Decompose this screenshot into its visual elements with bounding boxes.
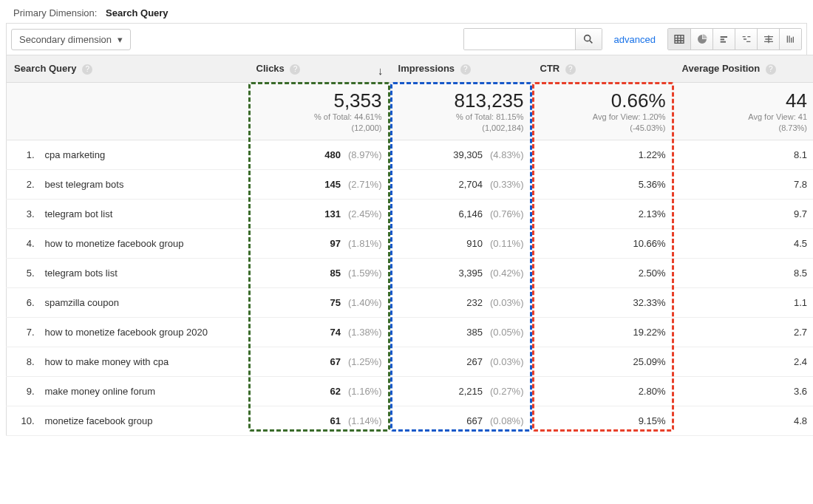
- secondary-dimension-dropdown[interactable]: Secondary dimension ▾: [11, 29, 131, 50]
- table-row[interactable]: 3.telegram bot list131(2.45%)6,146(0.76%…: [7, 199, 814, 228]
- row-index: 5.: [7, 258, 36, 287]
- comparison-icon: [741, 33, 752, 45]
- query-cell[interactable]: how to monetize facebook group: [36, 228, 249, 258]
- query-cell[interactable]: monetize facebook group: [36, 406, 249, 435]
- ctr-cell: 2.80%: [533, 376, 675, 406]
- summary-position: 44 Avg for View: 41(8.73%): [675, 82, 813, 140]
- cloud-icon: [763, 33, 775, 45]
- clicks-cell: 74(1.38%): [249, 317, 391, 347]
- svg-rect-2: [675, 35, 684, 44]
- row-index: 2.: [7, 169, 36, 199]
- ctr-cell: 2.13%: [533, 199, 675, 228]
- query-cell[interactable]: best telegram bots: [36, 169, 249, 199]
- row-index: 10.: [7, 406, 36, 435]
- row-index: 8.: [7, 347, 36, 376]
- primary-dimension: Primary Dimension: Search Query: [6, 3, 807, 23]
- clicks-cell: 67(1.25%): [249, 347, 391, 376]
- clicks-cell: 85(1.59%): [249, 258, 391, 287]
- ctr-cell: 1.22%: [533, 140, 675, 169]
- view-pie-button[interactable]: [690, 29, 712, 50]
- table-row[interactable]: 2.best telegram bots145(2.71%)2,704(0.33…: [7, 169, 814, 199]
- help-icon[interactable]: ?: [460, 64, 471, 75]
- query-cell[interactable]: make money online forum: [36, 376, 249, 406]
- svg-rect-19: [789, 35, 789, 42]
- table-row[interactable]: 4.how to monetize facebook group97(1.81%…: [7, 228, 814, 258]
- impressions-cell: 667(0.08%): [391, 406, 533, 435]
- query-cell[interactable]: how to make money with cpa: [36, 347, 249, 376]
- advanced-link[interactable]: advanced: [608, 34, 661, 45]
- col-header-position[interactable]: Average Position ?: [675, 55, 813, 83]
- help-icon[interactable]: ?: [290, 64, 300, 75]
- query-cell[interactable]: telegram bots list: [36, 258, 249, 287]
- table-row[interactable]: 6.spamzilla coupon75(1.40%)232(0.03%)32.…: [7, 287, 814, 317]
- search-box: [463, 28, 602, 50]
- summary-ctr: 0.66% Avg for View: 1.20%(-45.03%): [533, 82, 675, 140]
- pie-icon: [696, 33, 708, 45]
- position-cell: 2.4: [675, 347, 813, 376]
- help-icon[interactable]: ?: [766, 64, 776, 75]
- position-cell: 7.8: [675, 169, 813, 199]
- search-button[interactable]: [575, 29, 602, 50]
- clicks-cell: 62(1.16%): [249, 376, 391, 406]
- svg-point-0: [585, 35, 591, 41]
- row-index: 4.: [7, 228, 36, 258]
- table-row[interactable]: 8.how to make money with cpa67(1.25%)267…: [7, 347, 814, 376]
- table-row[interactable]: 10.monetize facebook group61(1.14%)667(0…: [7, 406, 814, 435]
- position-cell: 9.7: [675, 199, 813, 228]
- position-cell: 2.7: [675, 317, 813, 347]
- impressions-cell: 2,215(0.27%): [391, 376, 533, 406]
- summary-row: 5,353 % of Total: 44.61%(12,000) 813,235…: [7, 82, 814, 140]
- svg-rect-21: [792, 37, 793, 43]
- col-header-query[interactable]: Search Query ?: [7, 55, 249, 83]
- view-pivot-button[interactable]: [779, 29, 801, 50]
- row-index: 6.: [7, 287, 36, 317]
- svg-line-1: [590, 41, 592, 43]
- chevron-down-icon: ▾: [118, 34, 123, 45]
- table-row[interactable]: 7.how to monetize facebook group 202074(…: [7, 317, 814, 347]
- col-header-impressions[interactable]: Impressions ?: [391, 55, 533, 83]
- help-icon[interactable]: ?: [565, 64, 576, 75]
- row-index: 9.: [7, 376, 36, 406]
- ctr-cell: 25.09%: [533, 347, 675, 376]
- primary-dimension-value[interactable]: Search Query: [106, 7, 169, 18]
- svg-rect-8: [720, 38, 724, 40]
- view-bar-button[interactable]: [712, 29, 735, 50]
- clicks-cell: 480(8.97%): [249, 140, 391, 169]
- view-comparison-button[interactable]: [735, 29, 757, 50]
- view-table-button[interactable]: [668, 29, 690, 50]
- search-input[interactable]: [464, 29, 575, 50]
- view-toggle: [667, 28, 802, 50]
- col-header-clicks[interactable]: Clicks ? ↓: [249, 55, 391, 83]
- row-index: 7.: [7, 317, 36, 347]
- impressions-cell: 910(0.11%): [391, 228, 533, 258]
- query-cell[interactable]: cpa marketing: [36, 140, 249, 169]
- query-cell[interactable]: spamzilla coupon: [36, 287, 249, 317]
- bar-icon: [718, 33, 730, 45]
- view-term-cloud-button[interactable]: [757, 29, 779, 50]
- ctr-cell: 10.66%: [533, 228, 675, 258]
- help-icon[interactable]: ?: [82, 64, 92, 75]
- svg-rect-20: [791, 38, 792, 43]
- col-header-ctr[interactable]: CTR ?: [533, 55, 675, 83]
- clicks-cell: 97(1.81%): [249, 228, 391, 258]
- ctr-cell: 5.36%: [533, 169, 675, 199]
- impressions-cell: 39,305(4.83%): [391, 140, 533, 169]
- table-row[interactable]: 1.cpa marketing480(8.97%)39,305(4.83%)1.…: [7, 140, 814, 169]
- impressions-cell: 267(0.03%): [391, 347, 533, 376]
- impressions-cell: 2,704(0.33%): [391, 169, 533, 199]
- query-cell[interactable]: how to monetize facebook group 2020: [36, 317, 249, 347]
- position-cell: 3.6: [675, 376, 813, 406]
- position-cell: 8.5: [675, 258, 813, 287]
- ctr-cell: 32.33%: [533, 287, 675, 317]
- table-row[interactable]: 9.make money online forum62(1.16%)2,215(…: [7, 376, 814, 406]
- table-row[interactable]: 5.telegram bots list85(1.59%)3,395(0.42%…: [7, 258, 814, 287]
- svg-rect-18: [786, 35, 787, 42]
- impressions-cell: 385(0.05%): [391, 317, 533, 347]
- svg-rect-7: [720, 36, 727, 38]
- secondary-dimension-label: Secondary dimension: [19, 34, 112, 45]
- table-icon: [673, 33, 685, 45]
- impressions-cell: 232(0.03%): [391, 287, 533, 317]
- query-cell[interactable]: telegram bot list: [36, 199, 249, 228]
- clicks-cell: 145(2.71%): [249, 169, 391, 199]
- ctr-cell: 19.22%: [533, 317, 675, 347]
